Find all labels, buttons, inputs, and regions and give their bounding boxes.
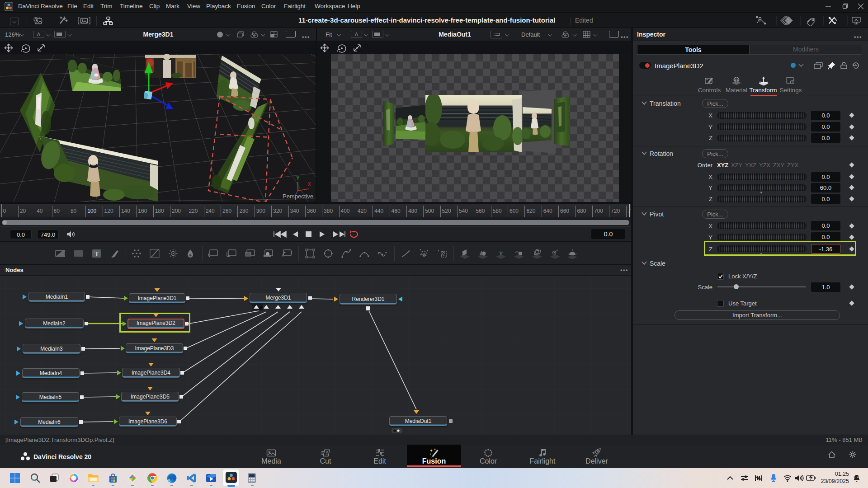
svg-text:X: X <box>307 181 311 188</box>
svg-text:Y: Y <box>296 175 300 181</box>
svg-text:T: T <box>94 250 99 258</box>
svg-text:z: z <box>857 475 859 478</box>
svg-text:T: T <box>499 250 503 257</box>
svg-text:Perspective: Perspective <box>283 193 313 200</box>
